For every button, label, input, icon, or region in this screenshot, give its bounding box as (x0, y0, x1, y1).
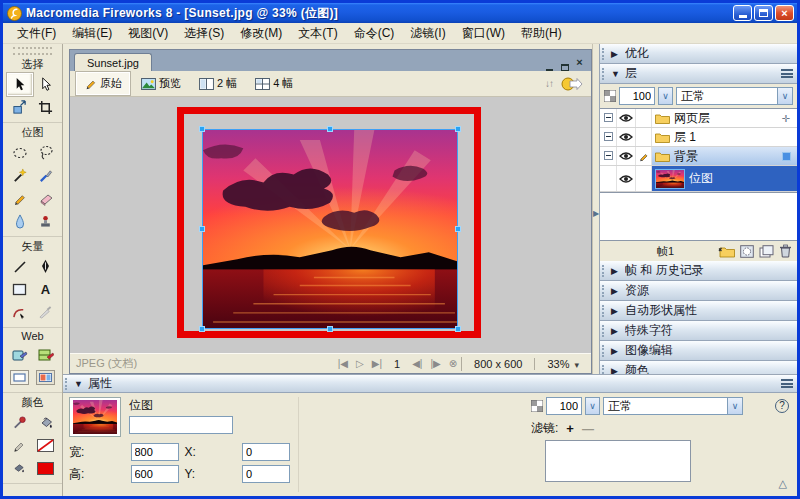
brush-tool-icon[interactable] (33, 164, 59, 187)
blur-tool-icon[interactable] (7, 210, 33, 233)
panel-special-chars-header[interactable]: ▶ 特殊字符 (600, 321, 797, 341)
panel-menu-icon[interactable] (781, 69, 793, 78)
pencil-tool-icon[interactable] (7, 187, 33, 210)
updown-arrows-icon[interactable]: ↓↑ (545, 78, 553, 89)
panel-optimize-header[interactable]: ▶ 优化 (600, 44, 797, 64)
selection-handle[interactable] (199, 126, 205, 132)
menu-file[interactable]: 文件(F) (9, 23, 64, 44)
opacity-dropdown-icon[interactable]: ∨ (585, 397, 600, 415)
panel-layers-header[interactable]: ▼ 层 (600, 64, 797, 84)
expand-icon[interactable] (604, 132, 613, 141)
text-tool-icon[interactable]: A (33, 278, 59, 301)
selected-bitmap-object[interactable] (202, 129, 458, 329)
properties-header[interactable]: ▼ 属性 (63, 375, 797, 393)
menu-window[interactable]: 窗口(W) (454, 23, 513, 44)
rubber-stamp-tool-icon[interactable] (33, 210, 59, 233)
eye-icon[interactable] (619, 174, 633, 184)
selection-handle[interactable] (327, 126, 333, 132)
pointer-tool-icon[interactable] (7, 73, 33, 96)
marquee-tool-icon[interactable] (7, 141, 33, 164)
panel-menu-icon[interactable] (781, 379, 793, 388)
new-layer-icon[interactable] (759, 245, 774, 258)
expand-icon[interactable] (604, 113, 613, 122)
tab-original[interactable]: 原始 (76, 72, 130, 95)
layer-row-bitmap[interactable]: 位图 (600, 166, 797, 192)
panel-assets-header[interactable]: ▶ 资源 (600, 281, 797, 301)
knife-tool-icon[interactable] (33, 301, 59, 324)
layer-row-layer1[interactable]: 层 1 (600, 128, 797, 147)
minimize-button[interactable] (733, 5, 752, 21)
layer-row-background[interactable]: 背景 (600, 147, 797, 166)
quick-export-icon[interactable] (561, 77, 583, 91)
fill-color-well-icon[interactable] (7, 457, 33, 480)
collapse-half-icon[interactable]: △ (779, 477, 787, 490)
selection-handle[interactable] (327, 326, 333, 332)
hide-slices-button-icon[interactable] (7, 366, 33, 389)
eye-icon[interactable] (619, 113, 633, 123)
doc-minimize-icon[interactable] (542, 57, 557, 71)
object-blend-select[interactable]: 正常 ∨ (603, 397, 743, 415)
doc-restore-icon[interactable] (557, 59, 572, 71)
selection-handle[interactable] (455, 226, 461, 232)
stroke-swatch-none-icon[interactable] (33, 434, 59, 457)
eraser-tool-icon[interactable] (33, 187, 59, 210)
canvas[interactable] (70, 97, 591, 353)
document-tab[interactable]: Sunset.jpg (74, 53, 152, 71)
tab-4up[interactable]: 4 幅 (248, 73, 300, 94)
opacity-dropdown-icon[interactable]: ∨ (658, 87, 673, 105)
blend-mode-select[interactable]: 正常 ∨ (676, 87, 793, 105)
last-frame-icon[interactable]: ▶| (368, 358, 386, 369)
maximize-button[interactable] (754, 5, 773, 21)
help-icon[interactable]: ? (775, 399, 789, 413)
subselect-tool-icon[interactable] (33, 73, 59, 96)
layer-row-weblayer[interactable]: 网页层 ✛ (600, 109, 797, 128)
x-input[interactable] (242, 443, 290, 461)
menu-help[interactable]: 帮助(H) (513, 23, 570, 44)
menu-text[interactable]: 文本(T) (290, 23, 345, 44)
tools-grip[interactable] (13, 47, 52, 55)
selection-handle[interactable] (455, 326, 461, 332)
selection-handle[interactable] (199, 326, 205, 332)
crop-tool-icon[interactable] (33, 96, 59, 119)
menu-modify[interactable]: 修改(M) (232, 23, 290, 44)
panel-autoshape-header[interactable]: ▶ 自动形状属性 (600, 301, 797, 321)
lasso-tool-icon[interactable] (33, 141, 59, 164)
add-mask-icon[interactable] (740, 245, 754, 258)
magic-wand-tool-icon[interactable] (7, 164, 33, 187)
layer-opacity-input[interactable] (619, 87, 655, 105)
close-button[interactable]: × (775, 5, 794, 21)
fill-swatch-icon[interactable] (33, 457, 59, 480)
menu-commands[interactable]: 命令(C) (346, 23, 403, 44)
stop-icon[interactable]: ⊗ (445, 358, 461, 369)
object-name-input[interactable] (129, 416, 233, 434)
expand-icon[interactable] (604, 151, 613, 160)
new-layer-folder-icon[interactable] (718, 245, 735, 258)
prev-frame-icon[interactable]: ◀| (408, 358, 426, 369)
line-tool-icon[interactable] (7, 255, 33, 278)
add-filter-icon[interactable]: + (566, 421, 574, 436)
slice-tool-icon[interactable] (33, 343, 59, 366)
rectangle-tool-icon[interactable] (7, 278, 33, 301)
eyedropper-tool-icon[interactable] (7, 411, 33, 434)
play-icon[interactable]: ▷ (352, 358, 368, 369)
zoom-level[interactable]: 33%▾ (534, 358, 585, 370)
next-frame-icon[interactable]: |▶ (426, 358, 444, 369)
menu-edit[interactable]: 编辑(E) (64, 23, 120, 44)
y-input[interactable] (242, 465, 290, 483)
pen-tool-icon[interactable] (33, 255, 59, 278)
dock-collapse-gutter[interactable]: ▶ (592, 44, 599, 374)
width-input[interactable] (131, 443, 179, 461)
paint-bucket-tool-icon[interactable] (33, 411, 59, 434)
height-input[interactable] (131, 465, 179, 483)
tab-2up[interactable]: 2 幅 (192, 73, 244, 94)
panel-image-editing-header[interactable]: ▶ 图像编辑 (600, 341, 797, 361)
eye-icon[interactable] (619, 151, 633, 161)
menu-view[interactable]: 视图(V) (120, 23, 176, 44)
scale-tool-icon[interactable] (7, 96, 33, 119)
doc-close-icon[interactable]: × (572, 53, 587, 71)
panel-frames-history-header[interactable]: ▶ 帧 和 历史记录 (600, 261, 797, 281)
tab-preview[interactable]: 预览 (134, 73, 188, 94)
selection-handle[interactable] (199, 226, 205, 232)
show-slices-button-icon[interactable] (33, 366, 59, 389)
hotspot-tool-icon[interactable] (7, 343, 33, 366)
